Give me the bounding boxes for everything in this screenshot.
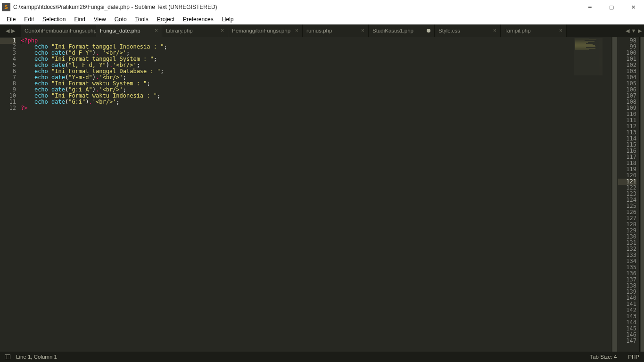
close-button[interactable]: ✕: [622, 0, 644, 14]
tab-label: rumus.php: [306, 28, 332, 33]
chevron-left-icon: ◀: [6, 28, 9, 34]
menu-find[interactable]: Find: [70, 15, 89, 24]
chevron-down-icon: ▼: [631, 28, 636, 33]
tab-tampil-php[interactable]: Tampil.php×: [501, 25, 567, 37]
line-number[interactable]: 147: [618, 338, 636, 344]
tab-library-php[interactable]: Library.php×: [162, 25, 228, 37]
menu-project[interactable]: Project: [153, 15, 178, 24]
chevron-left-icon: ◀: [626, 28, 629, 34]
tab-label: StudiKasus1.php: [372, 28, 413, 33]
menu-help[interactable]: Help: [218, 15, 238, 24]
maximize-button[interactable]: ▢: [601, 0, 622, 14]
menu-file[interactable]: File: [3, 15, 19, 24]
close-tab-icon[interactable]: ×: [221, 27, 224, 34]
menu-view[interactable]: View: [90, 15, 110, 24]
code-view-left[interactable]: <?php echo "Ini Format tanggal Indonesia…: [21, 37, 611, 352]
scrollbar-thumb[interactable]: [641, 37, 644, 352]
vertical-scrollbar-right[interactable]: [639, 37, 644, 352]
tab-label: ContohPembuatanFungsi.php: [25, 28, 97, 33]
tab-label: PemanggilanFungsi.php: [232, 28, 290, 33]
tab-nav-left[interactable]: ◀ ▶: [0, 25, 21, 37]
status-bar: Line 1, Column 1 Tab Size: 4 PHP: [0, 352, 644, 362]
scrollbar-thumb[interactable]: [612, 37, 617, 352]
cursor-position[interactable]: Line 1, Column 1: [16, 354, 57, 360]
menu-tools[interactable]: Tools: [132, 15, 152, 24]
close-tab-icon[interactable]: ×: [155, 27, 158, 34]
tab-contohpembuatanfungsi-php[interactable]: ContohPembuatanFungsi.php×: [21, 25, 96, 37]
line-number[interactable]: 12: [0, 105, 16, 111]
tab-nav-right[interactable]: ◀ ▼ ▶: [623, 25, 644, 37]
minimap[interactable]: [574, 38, 603, 75]
code-line[interactable]: echo date("G:i").'<br/>';: [21, 99, 611, 105]
chevron-right-icon: ▶: [638, 28, 642, 34]
window-controls: ━ ▢ ✕: [579, 0, 644, 14]
close-tab-icon[interactable]: ×: [493, 27, 496, 34]
tabs-container: ContohPembuatanFungsi.php×Fungsi_date.ph…: [21, 25, 622, 37]
text-caret: [21, 38, 21, 44]
tab-pemanggilanfungsi-php[interactable]: PemanggilanFungsi.php×: [228, 25, 303, 37]
tab-fungsi_date-php[interactable]: Fungsi_date.php×: [96, 25, 162, 37]
dirty-dot-icon: [427, 29, 430, 33]
menu-preferences[interactable]: Preferences: [179, 15, 217, 24]
close-tab-icon[interactable]: ×: [295, 27, 298, 34]
tab-style-css[interactable]: Style.css×: [435, 25, 501, 37]
syntax-mode[interactable]: PHP: [628, 354, 639, 360]
tab-bar: ◀ ▶ ContohPembuatanFungsi.php×Fungsi_dat…: [0, 25, 644, 37]
tab-studikasus1-php[interactable]: StudiKasus1.php: [369, 25, 435, 37]
close-tab-icon[interactable]: ×: [559, 27, 562, 34]
vertical-scrollbar-left[interactable]: [611, 37, 618, 352]
minimize-button[interactable]: ━: [579, 0, 601, 14]
tab-label: Fungsi_date.php: [100, 28, 140, 33]
tab-size[interactable]: Tab Size: 4: [590, 354, 617, 360]
menu-edit[interactable]: Edit: [20, 15, 38, 24]
panel-switch-icon[interactable]: [5, 354, 10, 359]
window-title: C:\xampp\htdocs\Pratikum26\Fungsi_date.p…: [13, 4, 579, 10]
menu-selection[interactable]: Selection: [39, 15, 69, 24]
chevron-right-icon: ▶: [11, 28, 15, 34]
menu-bar: FileEditSelectionFindViewGotoToolsProjec…: [0, 14, 644, 25]
tab-rumus-php[interactable]: rumus.php×: [303, 25, 369, 37]
menu-goto[interactable]: Goto: [111, 15, 131, 24]
line-gutter-left[interactable]: 123456789101112: [0, 37, 21, 352]
code-content[interactable]: <?php echo "Ini Format tanggal Indonesia…: [21, 37, 611, 111]
editor-area: 123456789101112 <?php echo "Ini Format t…: [0, 37, 644, 352]
tab-label: Tampil.php: [504, 28, 531, 33]
tab-label: Library.php: [166, 28, 193, 33]
app-icon: S: [2, 3, 10, 11]
close-tab-icon[interactable]: ×: [361, 27, 364, 34]
window-titlebar: S C:\xampp\htdocs\Pratikum26\Fungsi_date…: [0, 0, 644, 14]
tab-label: Style.css: [438, 28, 460, 33]
code-line[interactable]: ?>: [21, 105, 611, 111]
line-gutter-right[interactable]: 9899100101102103104105106107108109110111…: [618, 37, 639, 352]
